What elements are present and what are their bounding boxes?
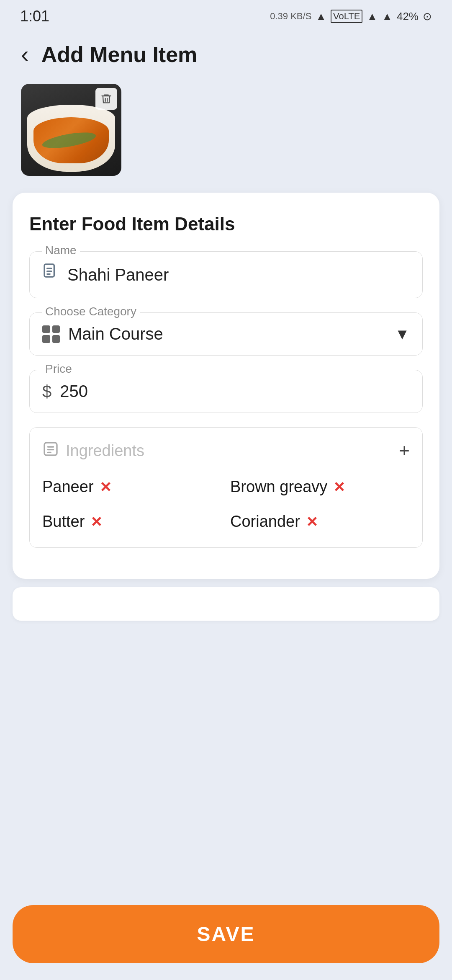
category-icon bbox=[42, 325, 60, 343]
price-field-wrapper: Price $ 250 bbox=[29, 370, 423, 413]
ingredients-list-icon bbox=[42, 441, 59, 461]
ingredient-name: Butter bbox=[42, 513, 85, 531]
status-time: 1:01 bbox=[20, 8, 49, 25]
form-card: Enter Food Item Details Name Shahi Panee… bbox=[13, 193, 439, 579]
price-input-row[interactable]: $ 250 bbox=[29, 370, 423, 413]
add-ingredient-button[interactable]: + bbox=[399, 440, 410, 461]
ingredient-name: Brown greavy bbox=[230, 478, 327, 496]
page-header: ‹ Add Menu Item bbox=[0, 29, 452, 75]
category-label: Choose Category bbox=[42, 305, 140, 318]
signal-icon-2: ▲ bbox=[382, 10, 393, 23]
page-title: Add Menu Item bbox=[41, 42, 198, 67]
ingredient-chip: Butter ✕ bbox=[42, 508, 222, 535]
ingredients-header-left: Ingredients bbox=[42, 441, 144, 461]
category-field-wrapper: Choose Category Main Course ▼ bbox=[29, 312, 423, 356]
back-button[interactable]: ‹ bbox=[21, 43, 29, 66]
name-field-wrapper: Name Shahi Paneer bbox=[29, 251, 423, 298]
remove-ingredient-button[interactable]: ✕ bbox=[100, 479, 111, 495]
ingredient-chip: Brown greavy ✕ bbox=[230, 474, 410, 500]
delete-image-button[interactable]: path{fill:none;stroke:#555;stroke-width:… bbox=[95, 88, 117, 110]
price-input[interactable]: 250 bbox=[60, 382, 410, 401]
category-input-row[interactable]: Main Course ▼ bbox=[29, 312, 423, 356]
name-input-row[interactable]: Shahi Paneer bbox=[29, 251, 423, 298]
status-bar: 1:01 0.39 KB/S ▲ VoLTE ▲ ▲ 42% ⊙ bbox=[0, 0, 452, 29]
data-speed-text: 0.39 KB/S bbox=[270, 11, 311, 22]
currency-symbol: $ bbox=[42, 382, 51, 401]
ingredient-name: Coriander bbox=[230, 513, 300, 531]
wifi-icon: ▲ bbox=[316, 10, 326, 23]
dropdown-arrow-icon: ▼ bbox=[395, 325, 410, 343]
name-icon bbox=[42, 263, 59, 286]
food-image-container[interactable]: path{fill:none;stroke:#555;stroke-width:… bbox=[21, 84, 121, 176]
save-button[interactable]: SAVE bbox=[13, 905, 439, 963]
ingredients-header: Ingredients + bbox=[42, 440, 410, 461]
extra-card-partial bbox=[13, 587, 439, 621]
save-button-wrapper: SAVE bbox=[0, 897, 452, 980]
trash-icon: path{fill:none;stroke:#555;stroke-width:… bbox=[100, 93, 112, 105]
remove-ingredient-button[interactable]: ✕ bbox=[333, 479, 345, 495]
image-section: path{fill:none;stroke:#555;stroke-width:… bbox=[0, 75, 452, 188]
signal-icon-1: ▲ bbox=[367, 10, 378, 23]
volte-icon: VoLTE bbox=[331, 10, 362, 23]
price-label: Price bbox=[42, 362, 75, 376]
ingredients-card: Ingredients + Paneer ✕ Brown greavy ✕ Bu… bbox=[29, 427, 423, 548]
name-input[interactable]: Shahi Paneer bbox=[67, 266, 410, 284]
remove-ingredient-button[interactable]: ✕ bbox=[90, 513, 102, 530]
ingredient-chip: Paneer ✕ bbox=[42, 474, 222, 500]
battery-percent: 42% bbox=[397, 10, 419, 23]
category-select[interactable]: Main Course bbox=[68, 325, 386, 343]
status-icons: 0.39 KB/S ▲ VoLTE ▲ ▲ 42% ⊙ bbox=[270, 10, 432, 23]
ingredients-label: Ingredients bbox=[66, 442, 144, 460]
ingredient-name: Paneer bbox=[42, 478, 94, 496]
battery-icon: ⊙ bbox=[423, 10, 432, 23]
document-icon bbox=[42, 263, 59, 282]
name-label: Name bbox=[42, 244, 80, 257]
ingredient-chip: Coriander ✕ bbox=[230, 508, 410, 535]
ingredients-grid: Paneer ✕ Brown greavy ✕ Butter ✕ Coriand… bbox=[42, 474, 410, 535]
form-title: Enter Food Item Details bbox=[29, 214, 423, 235]
remove-ingredient-button[interactable]: ✕ bbox=[306, 513, 318, 530]
